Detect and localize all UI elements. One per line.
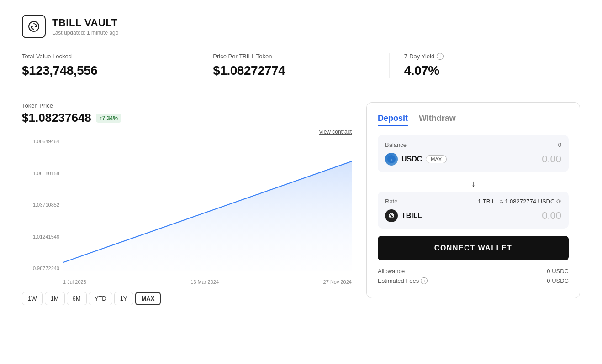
y-label-0: 1.08649464: [22, 139, 63, 144]
last-updated: Last updated: 1 minute ago: [52, 30, 118, 36]
rate-label: Rate: [385, 198, 397, 205]
x-label-2: 27 Nov 2024: [323, 279, 352, 285]
svg-point-0: [29, 21, 39, 31]
y-label-3: 1.01241546: [22, 234, 63, 239]
tbill-input-value: 0.00: [542, 210, 561, 222]
tbill-icon: [385, 209, 398, 222]
left-panel: Token Price $1.08237648 ↑7,34% View cont…: [22, 102, 352, 305]
tbill-row: TBILL 0.00: [385, 209, 561, 222]
arrow-down: ↓: [378, 176, 569, 192]
stats-row: Total Value Locked $123,748,556 Price Pe…: [22, 53, 580, 89]
usdc-icon: $: [385, 153, 398, 166]
svg-marker-1: [63, 161, 352, 271]
tab-deposit[interactable]: Deposit: [378, 114, 408, 126]
balance-label: Balance: [385, 141, 407, 148]
tab-row: Deposit Withdraw: [378, 114, 569, 126]
price-value: $1.08272774: [213, 63, 374, 78]
rate-row: Rate 1 TBILL ≈ 1.08272774 USDC ⟳: [385, 198, 561, 205]
time-filter-ytd[interactable]: YTD: [89, 292, 112, 305]
rate-box: Rate 1 TBILL ≈ 1.08272774 USDC ⟳: [378, 192, 569, 229]
time-filter-1y[interactable]: 1Y: [114, 292, 133, 305]
right-panel: Deposit Withdraw Balance 0 $ USDC M: [366, 102, 580, 298]
fees-row: Estimated Fees i 0 USDC: [378, 277, 569, 284]
usdc-name: USDC: [401, 155, 422, 163]
y-label-4: 0.98772240: [22, 265, 63, 271]
balance-row: Balance 0: [385, 141, 561, 148]
usdc-input-row: $ USDC MAX 0.00: [385, 153, 561, 166]
stat-price: Price Per TBILL Token $1.08272774: [213, 53, 389, 78]
stat-tvl: Total Value Locked $123,748,556: [22, 53, 198, 78]
fees-info-icon[interactable]: i: [421, 277, 428, 284]
header: TBILL VAULT Last updated: 1 minute ago: [22, 15, 580, 38]
svg-point-4: [387, 212, 396, 220]
price-change-badge: ↑7,34%: [96, 114, 121, 123]
yield-value: 4.07%: [404, 63, 565, 78]
refresh-icon[interactable]: ⟳: [556, 198, 561, 205]
svg-text:$: $: [391, 158, 393, 162]
max-button[interactable]: MAX: [426, 155, 447, 163]
logo-icon: [22, 15, 46, 38]
fees-label: Estimated Fees i: [378, 277, 428, 284]
stat-yield: 7-Day Yield i 4.07%: [404, 53, 580, 78]
rate-value: 1 TBILL ≈ 1.08272774 USDC ⟳: [478, 198, 561, 205]
chart-inner: [63, 139, 352, 271]
token-price-label: Token Price: [22, 102, 352, 109]
tvl-value: $123,748,556: [22, 63, 183, 78]
allowance-row: Allowance 0 USDC: [378, 268, 569, 275]
yield-label: 7-Day Yield i: [404, 53, 565, 60]
token-price-value: $1.08237648: [22, 111, 91, 125]
price-label: Price Per TBILL Token: [213, 53, 374, 60]
tbill-info: TBILL: [385, 209, 422, 222]
time-filter-6m[interactable]: 6M: [67, 292, 87, 305]
allowance-label[interactable]: Allowance: [378, 268, 405, 275]
time-filter-1m[interactable]: 1M: [45, 292, 65, 305]
header-text: TBILL VAULT Last updated: 1 minute ago: [52, 17, 118, 36]
page-title: TBILL VAULT: [52, 17, 118, 29]
tvl-label: Total Value Locked: [22, 53, 183, 60]
time-filters: 1W1M6MYTD1YMAX: [22, 292, 352, 305]
fees-value: 0 USDC: [547, 277, 569, 284]
y-axis: 1.08649464 1.06180158 1.03710852 1.01241…: [22, 139, 63, 271]
usdc-token-info: $ USDC MAX: [385, 153, 447, 166]
time-filter-1w[interactable]: 1W: [22, 292, 43, 305]
tbill-name: TBILL: [401, 212, 422, 220]
x-label-0: 1 Jul 2023: [63, 279, 86, 285]
chart-container: 1.08649464 1.06180158 1.03710852 1.01241…: [22, 139, 352, 285]
time-filter-max[interactable]: MAX: [135, 292, 161, 305]
balance-value: 0: [558, 141, 561, 148]
usdc-input-value[interactable]: 0.00: [542, 153, 561, 165]
y-label-2: 1.03710852: [22, 202, 63, 208]
balance-box: Balance 0 $ USDC MAX 0.00: [378, 135, 569, 172]
x-axis: 1 Jul 2023 13 Mar 2024 27 Nov 2024: [63, 279, 352, 285]
view-contract-link[interactable]: View contract: [22, 129, 352, 135]
connect-wallet-button[interactable]: CONNECT WALLET: [378, 236, 569, 260]
allowance-value: 0 USDC: [547, 268, 569, 275]
yield-info-icon[interactable]: i: [437, 53, 444, 60]
y-label-1: 1.06180158: [22, 171, 63, 176]
main-layout: Token Price $1.08237648 ↑7,34% View cont…: [22, 102, 580, 305]
x-label-1: 13 Mar 2024: [190, 279, 219, 285]
tab-withdraw[interactable]: Withdraw: [419, 114, 456, 126]
token-price-row: $1.08237648 ↑7,34%: [22, 111, 352, 125]
